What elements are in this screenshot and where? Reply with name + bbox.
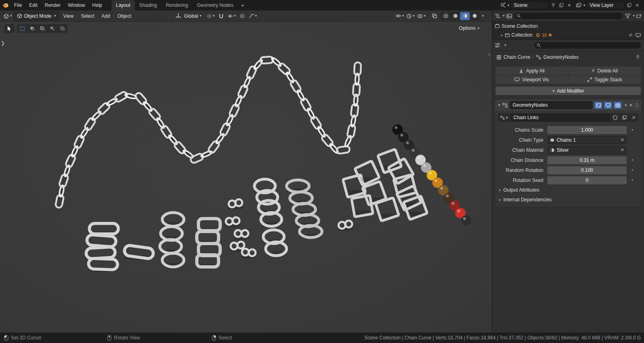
- toggle-stack-button[interactable]: Toggle Stack: [568, 75, 641, 84]
- scene-dropdown-chevron[interactable]: ▾: [508, 4, 510, 7]
- filter-funnel-icon[interactable]: [625, 14, 630, 19]
- shading-dropdown-chevron[interactable]: ▾: [482, 14, 484, 18]
- chain-type-field[interactable]: Chains 1 ✕: [547, 136, 627, 144]
- shading-wireframe-icon[interactable]: [441, 12, 450, 20]
- chain-material-clear-button[interactable]: ✕: [621, 148, 624, 152]
- sidebar-expand-arrow[interactable]: ‹: [488, 52, 490, 57]
- proportional-editing-icon[interactable]: [237, 12, 247, 21]
- menu-file[interactable]: File: [10, 0, 25, 10]
- modifier-collapse-chevron[interactable]: ▾: [498, 103, 500, 107]
- collection-checkbox[interactable]: ✓: [628, 33, 633, 37]
- modifier-name-field[interactable]: GeometryNodes: [510, 101, 593, 109]
- scene-icon[interactable]: [500, 2, 506, 8]
- chain-distance-field[interactable]: 0.31 m: [547, 156, 627, 164]
- tab-shading[interactable]: Shading: [135, 0, 161, 10]
- chains-scale-field[interactable]: 1.000: [547, 126, 627, 134]
- outliner-search-input[interactable]: [514, 12, 624, 20]
- options-dropdown[interactable]: Options ▾: [456, 24, 482, 32]
- duplicate-node-group-button[interactable]: [620, 114, 629, 122]
- modifier-delete-button[interactable]: ✕: [629, 103, 633, 107]
- chain-material-field[interactable]: Silver ✕: [547, 146, 627, 154]
- realtime-display-toggle[interactable]: [604, 102, 612, 109]
- viewport-canvas[interactable]: [0, 22, 492, 333]
- active-tool-cursor-icon[interactable]: [4, 24, 14, 33]
- view-layer-dropdown-chevron[interactable]: ▾: [583, 4, 585, 7]
- shading-rendered-icon[interactable]: [470, 12, 479, 20]
- snap-target-icon[interactable]: ▾: [227, 12, 237, 21]
- collection-viewport-visibility-icon[interactable]: [636, 33, 641, 37]
- properties-search-input[interactable]: [534, 41, 642, 49]
- new-collection-icon[interactable]: [636, 14, 642, 19]
- view-layer-name-field[interactable]: View Layer: [586, 1, 625, 9]
- orientation-chevron[interactable]: ▾: [200, 14, 202, 18]
- remove-view-layer-button[interactable]: ✕: [634, 1, 641, 9]
- menu-render[interactable]: Render: [41, 0, 64, 10]
- new-scene-icon[interactable]: [557, 1, 565, 9]
- apply-all-button[interactable]: Apply All: [495, 66, 568, 75]
- snapping-magnet-icon[interactable]: [216, 12, 226, 21]
- random-rotation-field[interactable]: 0.100: [547, 166, 627, 174]
- chain-distance-animate-dot[interactable]: •: [627, 157, 638, 163]
- outliner-row-scene-collection[interactable]: Scene Collection: [492, 22, 644, 31]
- xray-toggle-icon[interactable]: [429, 12, 439, 21]
- menu-edit[interactable]: Edit: [25, 0, 41, 10]
- new-view-layer-icon[interactable]: [625, 1, 633, 9]
- shading-solid-icon[interactable]: [450, 12, 460, 20]
- gizmo-icon[interactable]: ▾: [405, 12, 415, 21]
- node-group-browse-button[interactable]: ▾: [498, 114, 510, 122]
- visibility-icon[interactable]: ▾: [394, 12, 405, 21]
- add-modifier-button[interactable]: + Add Modifier: [495, 87, 641, 95]
- menu-help[interactable]: Help: [89, 0, 106, 10]
- viewport-menu-view[interactable]: View: [60, 12, 77, 21]
- viewport-menu-object[interactable]: Object: [114, 12, 135, 21]
- tab-rendering[interactable]: Rendering: [161, 0, 192, 10]
- viewport-menu-add[interactable]: Add: [98, 12, 113, 21]
- breadcrumb-modifier[interactable]: GeometryNodes: [543, 54, 578, 60]
- viewport-menu-select[interactable]: Select: [78, 12, 97, 21]
- menu-window[interactable]: Window: [64, 0, 89, 10]
- modifier-drag-grip-icon[interactable]: [635, 103, 639, 108]
- section-internal-dependencies[interactable]: ▸ Internal Dependencies: [498, 195, 638, 205]
- outliner-editor-type-icon[interactable]: [495, 13, 500, 19]
- unlink-node-group-button[interactable]: ✕: [630, 114, 638, 122]
- tab-geometry-nodes[interactable]: Geometry Nodes: [192, 0, 238, 10]
- chain-type-clear-button[interactable]: ✕: [621, 138, 624, 142]
- select-mode-intersect-icon[interactable]: [58, 25, 67, 33]
- delete-all-button[interactable]: ✕ Delete All: [568, 66, 641, 75]
- toolbar-expand-arrow[interactable]: ❯: [1, 40, 5, 46]
- transform-orientation-icon[interactable]: [173, 12, 183, 21]
- chains-scale-animate-dot[interactable]: •: [627, 127, 638, 133]
- rotation-seed-animate-dot[interactable]: •: [627, 178, 638, 183]
- render-display-toggle[interactable]: [614, 102, 621, 109]
- properties-editor-type-icon[interactable]: [495, 43, 500, 48]
- select-mode-new-icon[interactable]: [17, 25, 27, 33]
- fake-user-shield-button[interactable]: [611, 114, 619, 122]
- mode-select-dropdown[interactable]: Object Mode ▾: [14, 12, 60, 21]
- scene-name-field[interactable]: Scene: [510, 1, 549, 9]
- outliner-row-collection[interactable]: ▸ Collection 10 ✓: [492, 31, 644, 39]
- select-mode-invert-icon[interactable]: [47, 25, 57, 33]
- viewport-vis-button[interactable]: Viewport Vis: [495, 75, 568, 84]
- breadcrumb-object[interactable]: Chain Curve: [504, 54, 530, 60]
- section-output-attributes[interactable]: ▸ Output Attributes: [498, 185, 638, 195]
- unlink-scene-button[interactable]: ✕: [566, 1, 573, 9]
- node-group-name-field[interactable]: Chain Links: [510, 114, 610, 122]
- rotation-seed-field[interactable]: 0: [547, 176, 627, 184]
- modifier-panel-header[interactable]: ▾ GeometryNodes ▾ ✕: [495, 99, 641, 111]
- editor-type-icon[interactable]: ▾: [2, 12, 13, 21]
- collection-expand-icon[interactable]: ▸: [501, 33, 503, 37]
- tab-layout[interactable]: Layout: [111, 0, 135, 10]
- blender-logo-icon[interactable]: [0, 2, 10, 8]
- shading-material-icon[interactable]: [460, 12, 470, 20]
- outliner-display-icon[interactable]: [506, 14, 512, 19]
- outliner-mode-chevron[interactable]: ▾: [503, 14, 505, 18]
- random-rotation-animate-dot[interactable]: •: [627, 167, 638, 173]
- view-layer-icon[interactable]: [576, 3, 582, 8]
- falloff-curve-icon[interactable]: ▾: [248, 12, 258, 21]
- select-mode-subtract-icon[interactable]: [37, 25, 47, 33]
- select-mode-extend-icon[interactable]: [27, 25, 37, 33]
- orientation-label[interactable]: Global: [184, 13, 198, 19]
- overlays-icon[interactable]: ▾: [416, 12, 427, 21]
- modifier-extras-chevron[interactable]: ▾: [625, 103, 627, 107]
- edit-mode-display-toggle[interactable]: [594, 102, 602, 109]
